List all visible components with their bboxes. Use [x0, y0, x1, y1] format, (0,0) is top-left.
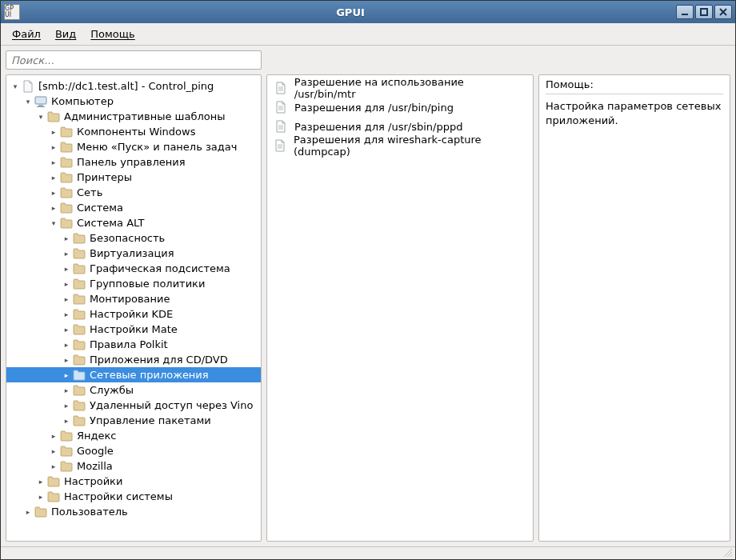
tree-alt-item-10[interactable]: ▸Службы — [6, 382, 261, 398]
expander-icon[interactable]: ▸ — [48, 446, 59, 457]
tree-user[interactable]: ▸Пользователь — [6, 504, 261, 519]
expander-icon[interactable]: ▸ — [48, 142, 59, 153]
expander-icon[interactable]: ▾ — [35, 111, 46, 122]
expander-icon[interactable]: ▸ — [61, 309, 72, 320]
expander-icon[interactable]: ▸ — [61, 278, 72, 290]
maximize-button[interactable] — [695, 5, 713, 19]
expander-icon[interactable]: ▾ — [22, 96, 34, 107]
expander-icon[interactable]: ▸ — [48, 202, 59, 214]
tree-item-5[interactable]: ▸Система — [6, 200, 261, 215]
expander-icon[interactable]: ▸ — [61, 339, 72, 350]
tree-alt-item-6[interactable]: ▸Настройки Mate — [6, 322, 261, 337]
tree-admin-templates[interactable]: ▾Административные шаблоны — [6, 109, 261, 124]
tree-node-icon — [72, 232, 86, 245]
tree-alt-item-5[interactable]: ▸Настройки KDE — [6, 306, 261, 322]
expander-icon[interactable]: ▾ — [48, 218, 59, 229]
expander-icon[interactable]: ▾ — [10, 81, 21, 92]
document-icon — [274, 81, 288, 95]
expander-icon[interactable]: ▸ — [61, 354, 72, 366]
tree-node-icon — [72, 278, 86, 290]
tree-item-0[interactable]: ▸Компоненты Windows — [6, 124, 261, 139]
expander-icon[interactable]: ▸ — [61, 233, 72, 244]
tree-item-4[interactable]: ▸Сеть — [6, 185, 261, 200]
expander-icon[interactable]: ▸ — [48, 157, 59, 168]
tree-node-label: Групповые политики — [88, 278, 205, 290]
tree-system-alt[interactable]: ▾Система ALT — [6, 215, 261, 230]
list-panel[interactable]: Разрешение на использование /usr/bin/mtr… — [266, 74, 534, 542]
tree-alt-item-7[interactable]: ▸Правила Polkit — [6, 337, 261, 352]
tree-alt-item-3[interactable]: ▸Групповые политики — [6, 276, 261, 291]
tree-node-label: Mozilla — [75, 460, 113, 472]
tree-vendor-2[interactable]: ▸Mozilla — [6, 458, 261, 474]
document-icon — [274, 119, 288, 134]
close-button[interactable] — [714, 5, 732, 19]
tree-computer[interactable]: ▾Компьютер — [6, 94, 261, 109]
tree-node-label: Сеть — [75, 186, 102, 198]
svg-rect-5 — [38, 105, 43, 106]
tree-node-icon — [46, 475, 61, 488]
tree-vendor-1[interactable]: ▸Google — [6, 443, 261, 458]
tree-alt-item-12[interactable]: ▸Управление пакетами — [6, 413, 261, 428]
tree-node-icon — [46, 490, 61, 503]
tree-alt-item-0[interactable]: ▸Безопасность — [6, 230, 261, 246]
tree-alt-item-9[interactable]: ▸Сетевые приложения — [6, 367, 261, 382]
tree-panel[interactable]: ▾[smb://dc1.test.alt] - Control_ping▾Ком… — [6, 74, 262, 542]
tree-alt-item-1[interactable]: ▸Виртуализация — [6, 246, 261, 261]
expander-icon[interactable]: ▸ — [61, 385, 72, 396]
tree-item-3[interactable]: ▸Принтеры — [6, 170, 261, 185]
expander-icon[interactable]: ▸ — [61, 294, 72, 305]
minimize-button[interactable] — [676, 5, 694, 19]
help-panel: Помощь: Настройка параметров сетевых при… — [538, 74, 730, 542]
tree-node-label: Панель управления — [75, 156, 186, 168]
help-text: Настройка параметров сетевых приложений. — [546, 99, 723, 127]
menu-view[interactable]: Вид — [49, 25, 82, 43]
tree-alt-item-4[interactable]: ▸Монтирование — [6, 291, 261, 306]
tree-node-icon — [59, 171, 74, 184]
tree-settings-0[interactable]: ▸Настройки — [6, 474, 261, 489]
menu-help[interactable]: Помощь — [84, 25, 141, 43]
list-item-3[interactable]: Разрешения для wireshark-capture (dumpca… — [267, 136, 533, 155]
tree-node-label: Меню «Пуск» и панель задач — [75, 141, 237, 153]
tree-root[interactable]: ▾[smb://dc1.test.alt] - Control_ping — [6, 78, 261, 94]
tree-node-icon — [59, 186, 74, 199]
tree-alt-item-2[interactable]: ▸Графическая подсистема — [6, 261, 261, 276]
expander-icon[interactable]: ▸ — [61, 400, 72, 411]
list-item-1[interactable]: Разрешения для /usr/bin/ping — [267, 98, 533, 117]
expander-icon[interactable]: ▸ — [61, 263, 72, 274]
tree-node-label: Управление пакетами — [88, 414, 211, 426]
tree-node-label: Пользователь — [50, 506, 128, 518]
menu-file[interactable]: Файл — [6, 25, 47, 43]
tree-vendor-0[interactable]: ▸Яндекс — [6, 428, 261, 443]
panels: ▾[smb://dc1.test.alt] - Control_ping▾Ком… — [6, 74, 730, 542]
tree-alt-item-8[interactable]: ▸Приложения для CD/DVD — [6, 352, 261, 367]
expander-icon[interactable]: ▸ — [48, 172, 59, 183]
expander-icon[interactable]: ▸ — [22, 506, 34, 518]
tree-node-icon — [72, 384, 86, 397]
expander-icon[interactable]: ▸ — [61, 248, 72, 259]
tree-node-icon — [72, 247, 86, 260]
expander-icon[interactable]: ▸ — [48, 461, 59, 472]
document-icon — [274, 138, 287, 153]
expander-icon[interactable]: ▸ — [61, 415, 72, 426]
expander-icon[interactable]: ▸ — [61, 370, 72, 381]
tree-node-label: Административные шаблоны — [62, 110, 226, 122]
list-item-0[interactable]: Разрешение на использование /usr/bin/mtr — [267, 78, 533, 98]
expander-icon[interactable]: ▸ — [35, 491, 46, 502]
expander-icon[interactable]: ▸ — [48, 126, 59, 138]
search-input[interactable] — [6, 50, 262, 70]
tree-settings-1[interactable]: ▸Настройки системы — [6, 489, 261, 504]
tree-item-1[interactable]: ▸Меню «Пуск» и панель задач — [6, 139, 261, 154]
expander-icon[interactable]: ▸ — [48, 187, 59, 198]
svg-rect-6 — [37, 106, 45, 107]
list-item-label: Разрешения для /usr/bin/ping — [294, 102, 454, 114]
tree-item-2[interactable]: ▸Панель управления — [6, 154, 261, 170]
expander-icon[interactable]: ▸ — [48, 430, 59, 442]
resize-grip-icon[interactable] — [722, 547, 732, 559]
expander-icon[interactable]: ▸ — [35, 476, 46, 487]
expander-icon[interactable]: ▸ — [61, 324, 72, 335]
tree-alt-item-11[interactable]: ▸Удаленный доступ через Vino — [6, 398, 261, 413]
titlebar: GP UI GPUI — [1, 1, 735, 23]
tree-node-label: Сетевые приложения — [88, 369, 209, 381]
tree-node-label: Яндекс — [75, 430, 117, 442]
app-icon: GP UI — [4, 4, 20, 20]
